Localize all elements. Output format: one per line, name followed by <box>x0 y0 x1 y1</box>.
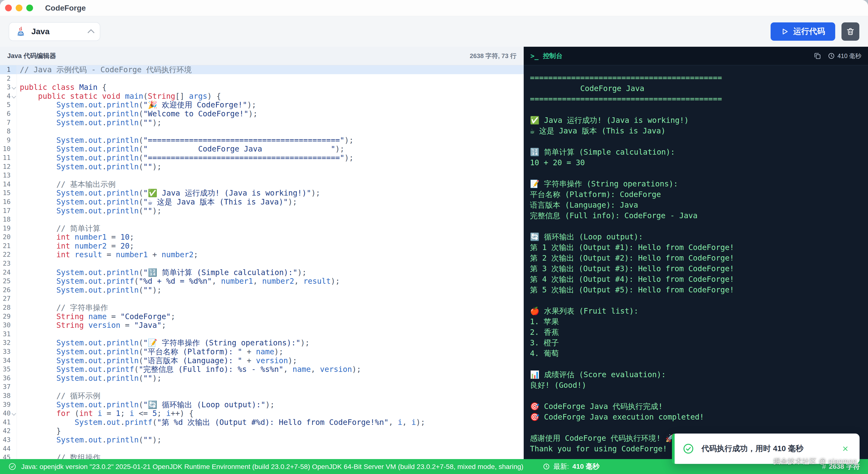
line-number: 44 <box>0 444 17 453</box>
code-line[interactable]: System.out.println("平台名称 (Platform): " +… <box>17 347 524 356</box>
line-number: 42 <box>0 427 17 436</box>
code-line[interactable]: int number1 = 10; <box>17 233 524 242</box>
line-number: 7 <box>0 118 17 127</box>
line-number: 20 <box>0 233 17 242</box>
clock-icon <box>543 463 550 470</box>
code-line[interactable]: System.out.println("🎉 欢迎使用 CodeForge!"); <box>17 100 524 109</box>
line-number: 5 <box>0 100 17 109</box>
code-line[interactable]: // 基本输出示例 <box>17 180 524 189</box>
code-line[interactable]: System.out.printf("%d + %d = %d%n", numb… <box>17 277 524 286</box>
line-number: 34 <box>0 356 17 365</box>
line-number: 23 <box>0 259 17 268</box>
code-line[interactable] <box>17 127 524 136</box>
console-line: 第 2 次输出 (Output #2): Hello from CodeForg… <box>530 253 868 263</box>
console-line: 良好! (Good!) <box>530 380 868 391</box>
code-line[interactable] <box>17 444 524 453</box>
console-line <box>530 422 868 433</box>
console-line: ☕ 这是 Java 版本 (This is Java) <box>530 126 868 136</box>
line-number: 32 <box>0 338 17 347</box>
latest-run-time: 最新: 410 毫秒 <box>543 462 599 471</box>
code-line[interactable]: System.out.println("语言版本 (Language): " +… <box>17 356 524 365</box>
code-line[interactable]: System.out.println(""); <box>17 286 524 295</box>
code-line[interactable]: System.out.println(""); <box>17 206 524 215</box>
line-number: 38 <box>0 392 17 400</box>
code-line[interactable]: System.out.println("====================… <box>17 136 524 145</box>
code-line[interactable]: System.out.println("====================… <box>17 154 524 162</box>
line-number: 31 <box>0 330 17 339</box>
line-number: 40 <box>0 409 17 418</box>
editor-header: Java 代码编辑器 2638 字符, 73 行 <box>0 47 524 65</box>
code-line[interactable]: int result = number1 + number2; <box>17 250 524 259</box>
code-line[interactable]: System.out.println("📝 字符串操作 (String oper… <box>17 338 524 347</box>
code-line[interactable]: for (int i = 1; i <= 5; i++) { <box>17 409 524 418</box>
code-line[interactable]: System.out.println(""); <box>17 374 524 383</box>
code-line[interactable]: System.out.printf("完整信息 (Full info): %s … <box>17 365 524 374</box>
line-number: 22 <box>0 250 17 259</box>
line-number: 13 <box>0 171 17 180</box>
toast-close-button[interactable] <box>840 445 850 452</box>
console-title: 控制台 <box>543 52 562 60</box>
minimize-window-button[interactable] <box>16 5 23 11</box>
line-number: 11 <box>0 154 17 162</box>
code-line[interactable]: // 数组操作 <box>17 453 524 459</box>
code-line[interactable]: // 字符串操作 <box>17 303 524 312</box>
code-line[interactable]: System.out.println(""); <box>17 162 524 171</box>
line-number: 45 <box>0 453 17 459</box>
code-line[interactable]: System.out.printf("第 %d 次输出 (Output #%d)… <box>17 418 524 427</box>
editor-gutter: 1234567891011121314151617181920212223242… <box>0 65 17 459</box>
status-check-icon <box>8 463 17 471</box>
code-line[interactable]: public static void main(String[] args) { <box>17 92 524 101</box>
code-line[interactable] <box>17 330 524 339</box>
console-line <box>530 295 868 306</box>
line-number: 33 <box>0 347 17 356</box>
line-number: 18 <box>0 215 17 224</box>
console-line: 🎯 CodeForge Java execution completed! <box>530 412 868 422</box>
line-number: 24 <box>0 268 17 277</box>
code-line[interactable] <box>17 259 524 268</box>
code-line[interactable]: System.out.println("☕ 这是 Java 版本 (This i… <box>17 198 524 206</box>
line-number: 26 <box>0 286 17 295</box>
code-editor[interactable]: 1234567891011121314151617181920212223242… <box>0 65 524 459</box>
code-line[interactable]: System.out.println("✅ Java 运行成功! (Java i… <box>17 189 524 198</box>
code-line[interactable]: String version = "Java"; <box>17 321 524 330</box>
console-line: ✅ Java 运行成功! (Java is working!) <box>530 115 868 126</box>
close-window-button[interactable] <box>5 5 12 11</box>
code-line[interactable]: // 简单计算 <box>17 224 524 233</box>
clear-code-button[interactable] <box>841 23 859 41</box>
code-line[interactable]: System.out.println(""); <box>17 118 524 127</box>
code-content[interactable]: // Java 示例代码 - CodeForge 代码执行环境 public c… <box>17 65 524 459</box>
code-line[interactable] <box>17 382 524 392</box>
console-line: 🔄 循环输出 (Loop output): <box>530 232 868 242</box>
maximize-window-button[interactable] <box>26 5 33 11</box>
code-line[interactable]: System.out.println("🔄 循环输出 (Loop output)… <box>17 400 524 409</box>
app-window: CodeForge Java 运行代码 <box>0 0 868 474</box>
code-line[interactable]: System.out.println(""); <box>17 436 524 444</box>
code-line[interactable]: // Java 示例代码 - CodeForge 代码执行环境 <box>17 65 524 74</box>
console-line: 🎯 CodeForge Java 代码执行完成! <box>530 401 868 412</box>
code-line[interactable]: String name = "CodeForge"; <box>17 312 524 321</box>
console-line: 4. 葡萄 <box>530 348 868 359</box>
titlebar: CodeForge <box>0 0 868 16</box>
console-line: 第 4 次输出 (Output #4): Hello from CodeForg… <box>530 274 868 284</box>
console-line <box>530 221 868 232</box>
code-line[interactable]: System.out.println(" CodeForge Java "); <box>17 144 524 154</box>
window-title: CodeForge <box>45 4 86 12</box>
language-selector[interactable]: Java <box>9 22 100 41</box>
line-number: 2 <box>0 74 17 83</box>
code-line[interactable] <box>17 74 524 83</box>
code-line[interactable]: // 循环示例 <box>17 392 524 400</box>
copy-output-button[interactable] <box>813 52 822 60</box>
code-line[interactable]: int number2 = 20; <box>17 242 524 250</box>
code-line[interactable]: } <box>17 427 524 436</box>
code-line[interactable]: public class Main { <box>17 83 524 92</box>
console-line: 第 3 次输出 (Output #3): Hello from CodeForg… <box>530 263 868 274</box>
code-line[interactable] <box>17 171 524 180</box>
code-line[interactable] <box>17 294 524 303</box>
console-output[interactable]: ========================================… <box>524 65 868 459</box>
code-line[interactable] <box>17 215 524 224</box>
line-number: 17 <box>0 206 17 215</box>
editor-pane: Java 代码编辑器 2638 字符, 73 行 123456789101112… <box>0 47 524 459</box>
code-line[interactable]: System.out.println("Welcome to CodeForge… <box>17 109 524 118</box>
run-code-button[interactable]: 运行代码 <box>771 23 835 41</box>
code-line[interactable]: System.out.println("🔢 简单计算 (Simple calcu… <box>17 268 524 277</box>
